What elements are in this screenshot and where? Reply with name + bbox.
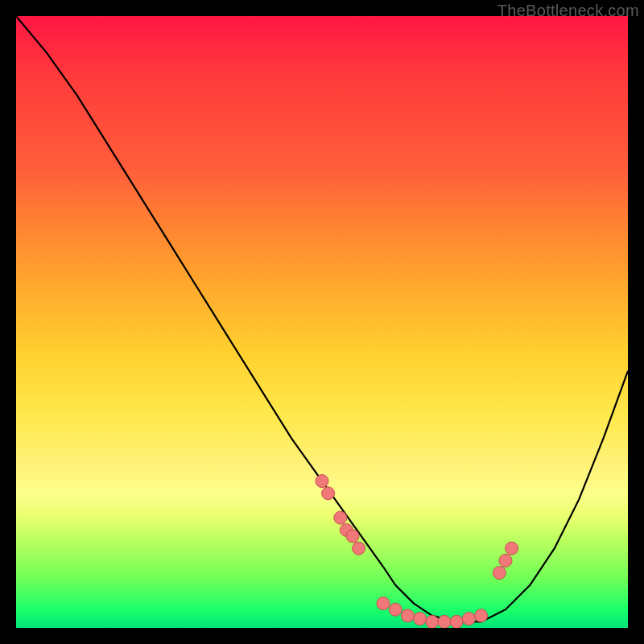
chart-frame — [16, 16, 628, 628]
chart-gradient-background — [16, 16, 628, 628]
watermark-text: TheBottleneck.com — [497, 2, 639, 20]
